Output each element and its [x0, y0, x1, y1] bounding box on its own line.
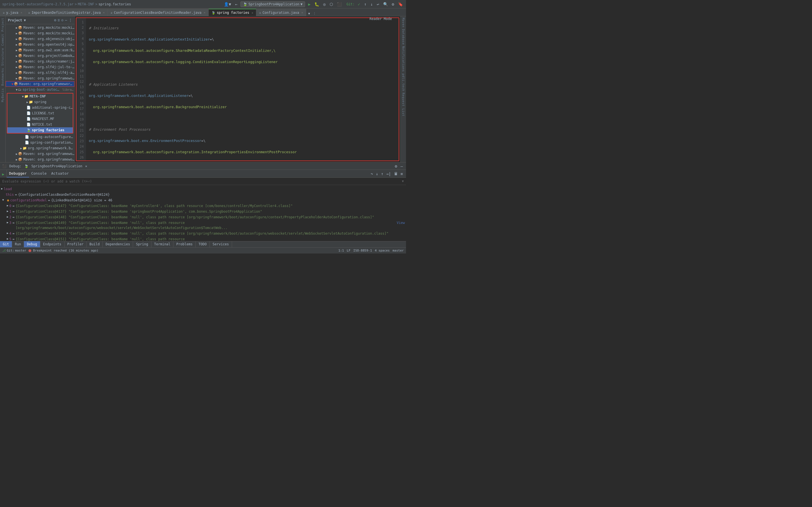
coverage-button[interactable]: ◎	[322, 1, 326, 7]
tree-slf4j-jul[interactable]: ▶ 📦 Maven: org.slf4j:jul-to-slf4j:1.7.36	[6, 64, 74, 70]
position-item[interactable]: 1:1	[338, 249, 344, 252]
collapse-icon-2[interactable]: ▼	[2, 198, 4, 202]
close-debug-icon[interactable]: ✕	[85, 164, 87, 168]
metainf-label[interactable]: META-INF	[78, 2, 94, 6]
collapse-icon[interactable]: ▶	[1, 186, 3, 191]
file-label[interactable]: spring.factories	[98, 2, 131, 6]
bottom-tab-services[interactable]: Services	[210, 241, 232, 247]
close-tab-4-icon[interactable]: ✕	[252, 11, 253, 14]
project-side-label[interactable]: Project	[1, 18, 4, 32]
database-side-label[interactable]: Database	[402, 29, 405, 45]
mybatis-side-label[interactable]: MyBatis	[1, 88, 4, 102]
expand-icon-4[interactable]: ▶	[7, 231, 8, 235]
tree-spring-folder[interactable]: ▶ 📁 spring	[7, 99, 73, 105]
debug-tab-debugger[interactable]: Debugger	[7, 170, 29, 177]
minimize-debug-icon[interactable]: —	[400, 163, 404, 169]
request-list-side-label[interactable]: Request List	[402, 93, 405, 116]
pdlitech-side-label[interactable]: pdli.tech	[402, 73, 405, 91]
git-arrow-up[interactable]: ↑	[363, 1, 367, 7]
bookmark-icon[interactable]: 🔖	[397, 1, 404, 7]
tree-additional-json[interactable]: 📄 additional-spring-configuration-metada…	[7, 105, 73, 110]
tab-configclass[interactable]: ☕ ConfigurationClassBeanDefinitionReader…	[108, 9, 208, 16]
tree-spring-factories[interactable]: 🍃 spring factories	[7, 127, 73, 133]
tree-spring-config-json[interactable]: 📄 spring-configuration-metadata.json	[6, 140, 74, 145]
debug-tab-actuator[interactable]: Actuator	[49, 170, 71, 177]
frames-icon[interactable]: ≡	[400, 171, 404, 177]
spaces-item[interactable]: 4 spaces	[375, 249, 390, 252]
bottom-tab-debug[interactable]: Debug	[24, 241, 40, 247]
tab-configuration[interactable]: ☕ Configuration.java ✕	[256, 9, 306, 16]
undo-button[interactable]: ↩	[376, 1, 380, 7]
close-tab-5-icon[interactable]: ✕	[301, 11, 303, 14]
gear-panel-icon[interactable]: ⋮	[68, 18, 72, 22]
tree-autoconfigure[interactable]: ▼ 📦 Maven: org.springframework.boot:spri…	[6, 81, 74, 87]
tree-notice[interactable]: 📄 NOTICE.txt	[7, 122, 73, 127]
hide-panel-icon[interactable]: —	[65, 18, 67, 22]
profile-icon[interactable]: 👤▼	[223, 1, 232, 7]
bottom-tab-git[interactable]: Git	[0, 241, 12, 247]
bottom-tab-problems[interactable]: Problems	[173, 241, 196, 247]
encoding-item[interactable]: ISO-8859-1	[353, 249, 372, 252]
tree-metainf[interactable]: ▼ 📁 META-INF	[7, 94, 73, 99]
expand-icon-0[interactable]: ▶	[7, 203, 8, 208]
tree-objenesis[interactable]: ▶ 📦 Maven: org.objenesis:objenesis:3.2	[6, 36, 74, 42]
tree-area[interactable]: ▶ 📦 Maven: org.mockito:mockito-core:4.5.…	[6, 24, 74, 162]
commit-side-label[interactable]: Commit	[1, 34, 4, 46]
tree-slf4j-api[interactable]: ▶ 📦 Maven: org.slf4j:slf4j-api:1.7.36	[6, 70, 74, 75]
step-over-icon[interactable]: ↷	[370, 171, 373, 177]
tree-spring-autoconfigure-props[interactable]: 📄 spring-autoconfigure-metadata.properti…	[6, 134, 74, 140]
step-into-icon[interactable]: ↓	[375, 171, 379, 177]
tree-sb-starter-json[interactable]: ▶ 📦 Maven: org.springframework.boot:spri…	[6, 157, 74, 162]
bookmarks-side-label[interactable]: Bookmarks	[1, 68, 4, 86]
tree-opentest4j[interactable]: ▶ 📦 Maven: org.opentest4j:opentest4j:1.2…	[6, 42, 74, 47]
git-branch-item[interactable]: ⎇ Git: master	[2, 249, 26, 252]
tree-asm[interactable]: ▶ 📦 Maven: org.ow2.asm:asm:9.1	[6, 47, 74, 53]
tab-yjava[interactable]: ☕ y.java ✕	[0, 9, 26, 16]
expand-icon-1[interactable]: ▶	[7, 209, 8, 213]
lf-item[interactable]: LF	[347, 249, 350, 252]
reader-mode-button[interactable]: Reader Mode	[370, 17, 392, 21]
tree-jar-root[interactable]: ▼ 🗂 spring-boot-autoconfigure-2.7.5.jar …	[6, 87, 74, 93]
notifications-side-label[interactable]: Notifications	[402, 46, 405, 72]
master-label[interactable]: master	[393, 249, 404, 252]
back-icon[interactable]: ←	[234, 1, 238, 7]
tab-spring-factories[interactable]: 🍃 spring factories ✕	[209, 9, 257, 16]
view-link-3[interactable]: View	[397, 220, 405, 225]
expand-icon-2[interactable]: ▶	[7, 215, 8, 219]
tree-manifest[interactable]: 📄 MANIFEST.MF	[7, 116, 73, 122]
maven-side-label[interactable]: Maven	[402, 18, 405, 27]
run-config-selector[interactable]: 🍃 SpringbootPro4Application ▼	[241, 1, 305, 7]
code-content[interactable]: 12345 678910 1112131415 1617181920 21222…	[76, 17, 399, 161]
tree-spring-boot[interactable]: ▶ 📦 Maven: org.springframework.boot:spri…	[6, 75, 74, 81]
stop-button[interactable]: ⬛	[336, 1, 343, 7]
tab-importbean[interactable]: ☕ ImportBeanDefinitionRegistrar.java ✕	[26, 9, 108, 16]
jar-label[interactable]: spring-boot-autoconfigure-2.7.5.jar	[2, 2, 73, 6]
expand-icon-3[interactable]: ▶	[7, 220, 8, 224]
evaluate-icon[interactable]: 🖩	[393, 171, 399, 177]
structure-side-label[interactable]: Structure	[1, 48, 4, 66]
tree-license[interactable]: 📄 LICENSE.txt	[7, 110, 73, 116]
tree-mockito-core[interactable]: ▶ 📦 Maven: org.mockito:mockito-core:4.5.…	[6, 25, 74, 31]
settings-panel-icon[interactable]: ⚙	[61, 18, 63, 22]
tree-mockito-junit[interactable]: ▶ 📦 Maven: org.mockito:mockito-junit-jup…	[6, 31, 74, 36]
bottom-tab-profiler[interactable]: Profiler	[64, 241, 87, 247]
settings-button[interactable]: ⚙	[391, 1, 395, 7]
more-run-icon[interactable]: ⬡	[329, 1, 334, 7]
git-checkmark[interactable]: ✓	[357, 1, 361, 7]
collapse-all-icon[interactable]: ≡	[58, 18, 60, 22]
bottom-tab-todo[interactable]: TODO	[196, 241, 210, 247]
debug-tab-console[interactable]: Console	[29, 170, 49, 177]
git-arrow-down[interactable]: ↓	[370, 1, 373, 7]
close-tab-2-icon[interactable]: ✕	[103, 11, 105, 14]
run-button[interactable]: ▶	[307, 1, 311, 7]
more-tabs-icon[interactable]: ▼	[307, 11, 311, 16]
split-editor-icon[interactable]: ⋮	[312, 11, 317, 16]
close-tab-3-icon[interactable]: ✕	[204, 11, 206, 14]
close-tab-icon[interactable]: ✕	[20, 11, 22, 14]
expand-icon-5[interactable]: ▶	[7, 237, 8, 241]
tree-jsonassert[interactable]: ▶ 📦 Maven: org.skyscreamer:jsonassert:1.…	[6, 59, 74, 64]
search-button[interactable]: 🔍	[382, 1, 389, 7]
bottom-tab-run[interactable]: Run	[12, 241, 24, 247]
bottom-tab-terminal[interactable]: Terminal	[151, 241, 174, 247]
settings-debug-icon[interactable]: ⚙	[394, 163, 398, 169]
